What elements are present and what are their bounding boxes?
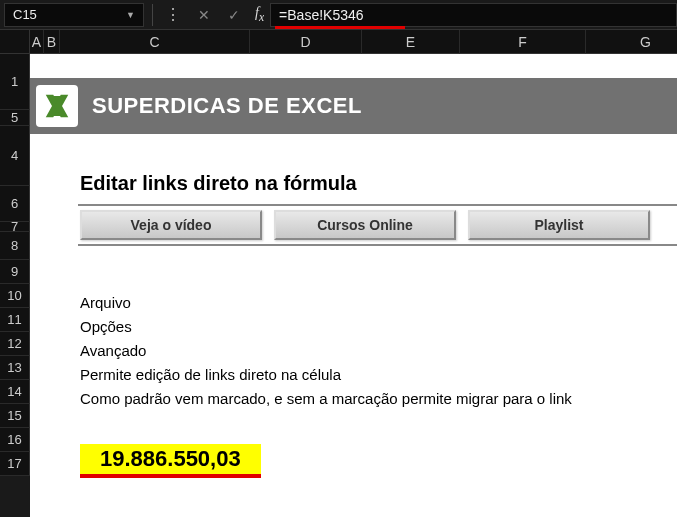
video-button[interactable]: Veja o vídeo	[80, 210, 262, 240]
text-line: Arquivo	[80, 292, 572, 316]
spreadsheet: 1 5 4 6 7 8 9 10 11 12 13 14 15 16 17 A …	[0, 30, 677, 517]
row-header[interactable]: 5	[0, 110, 30, 126]
row-header[interactable]: 16	[0, 428, 30, 452]
col-header[interactable]: C	[60, 30, 250, 54]
formula-text: =Base!K5346	[279, 7, 363, 23]
instruction-lines: Arquivo Opções Avançado Permite edição d…	[80, 292, 572, 412]
page-subtitle: Editar links direto na fórmula	[80, 172, 357, 195]
column-headers: A B C D E F G	[30, 30, 677, 54]
fx-icon[interactable]: fx	[249, 5, 270, 24]
row-gutter: 1 5 4 6 7 8 9 10 11 12 13 14 15 16 17	[0, 30, 30, 517]
enter-formula-icon[interactable]: ✓	[219, 7, 249, 23]
select-all-corner[interactable]	[0, 30, 30, 54]
playlist-button[interactable]: Playlist	[468, 210, 650, 240]
cell-reference: C15	[13, 7, 37, 22]
more-icon[interactable]: ⋮	[157, 5, 189, 24]
row-header[interactable]: 14	[0, 380, 30, 404]
name-box[interactable]: C15 ▼	[4, 3, 144, 27]
cancel-formula-icon[interactable]: ✕	[189, 7, 219, 23]
col-header[interactable]: F	[460, 30, 586, 54]
text-line: Como padrão vem marcado, e sem a marcaçã…	[80, 388, 572, 412]
highlighted-value: 19.886.550,03	[80, 444, 261, 478]
row-header[interactable]: 17	[0, 452, 30, 476]
formula-input[interactable]: =Base!K5346	[270, 3, 677, 27]
separator	[152, 4, 153, 26]
chevron-down-icon[interactable]: ▼	[126, 10, 135, 20]
row-header[interactable]: 11	[0, 308, 30, 332]
row-header[interactable]: 10	[0, 284, 30, 308]
row-header[interactable]: 1	[0, 54, 30, 110]
excel-icon	[36, 85, 78, 127]
row-header[interactable]: 12	[0, 332, 30, 356]
col-header[interactable]: A	[30, 30, 44, 54]
row-headers: 1 5 4 6 7 8 9 10 11 12 13 14 15 16 17	[0, 54, 30, 476]
button-row: Veja o vídeo Cursos Online Playlist	[80, 210, 650, 240]
row-header[interactable]: 13	[0, 356, 30, 380]
courses-button[interactable]: Cursos Online	[274, 210, 456, 240]
text-line: Opções	[80, 316, 572, 340]
text-line: Permite edição de links direto na célula	[80, 364, 572, 388]
row-header[interactable]: 15	[0, 404, 30, 428]
row-header[interactable]: 4	[0, 126, 30, 186]
annotation-underline	[275, 26, 405, 29]
row-header[interactable]: 8	[0, 232, 30, 260]
grid-area: A B C D E F G SUPERDICAS DE EXCEL Editar…	[30, 30, 677, 517]
formula-bar: C15 ▼ ⋮ ✕ ✓ fx =Base!K5346	[0, 0, 677, 30]
selected-cell[interactable]: 19.886.550,03	[80, 444, 261, 478]
row-header[interactable]: 9	[0, 260, 30, 284]
banner: SUPERDICAS DE EXCEL	[30, 78, 677, 134]
col-header[interactable]: G	[586, 30, 677, 54]
col-header[interactable]: D	[250, 30, 362, 54]
col-header[interactable]: E	[362, 30, 460, 54]
cells-area[interactable]: SUPERDICAS DE EXCEL Editar links direto …	[30, 54, 677, 517]
text-line: Avançado	[80, 340, 572, 364]
row-header[interactable]: 7	[0, 222, 30, 232]
col-header[interactable]: B	[44, 30, 60, 54]
banner-title: SUPERDICAS DE EXCEL	[92, 93, 362, 119]
row-header[interactable]: 6	[0, 186, 30, 222]
